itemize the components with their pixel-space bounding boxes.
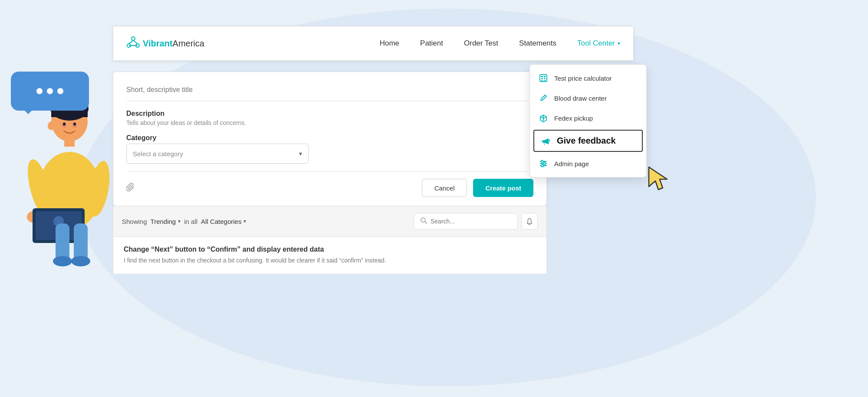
nav-links: Home Patient Order Test Statements Tool … (380, 39, 620, 48)
svg-rect-26 (540, 75, 547, 82)
svg-point-37 (544, 163, 546, 165)
svg-rect-31 (541, 80, 543, 81)
calculator-icon (539, 73, 548, 83)
nav-patient[interactable]: Patient (420, 39, 443, 48)
speech-bubble (11, 72, 89, 111)
pencil-icon (539, 93, 548, 103)
svg-marker-39 (649, 167, 667, 190)
tool-item-admin[interactable]: Admin page (530, 154, 646, 174)
attach-icon[interactable] (126, 182, 135, 194)
post-description: I find the next button in the checkout a… (124, 256, 536, 265)
logo-icon (126, 35, 140, 52)
svg-line-41 (425, 222, 427, 223)
post-title: Change “Next” button to “Confirm” and di… (124, 246, 536, 253)
bell-button[interactable] (521, 213, 538, 230)
filter-bar: Showing Trending ▾ in all All Categories… (113, 206, 547, 237)
category-select[interactable]: Select a category ▾ (126, 144, 309, 164)
tool-item-admin-label: Admin page (554, 160, 589, 167)
tool-item-fedex-label: Fedex pickup (554, 115, 593, 122)
nav-tool-center[interactable]: Tool Center ▾ (577, 39, 620, 48)
svg-line-24 (133, 40, 138, 44)
nav-home[interactable]: Home (380, 39, 399, 48)
bubble-dot-1 (36, 88, 43, 94)
post-item[interactable]: Change “Next” button to “Confirm” and di… (113, 237, 547, 274)
content-area: Description Tells about your ideas or de… (113, 72, 547, 274)
categories-filter[interactable]: All Categories ▾ (201, 218, 246, 225)
description-sublabel: Tells about your ideas or details of con… (126, 119, 533, 126)
categories-chevron-icon: ▾ (243, 218, 246, 224)
bubble-dot-2 (47, 88, 53, 94)
svg-point-20 (132, 37, 135, 40)
categories-label: All Categories (201, 218, 241, 225)
category-label: Category (126, 134, 533, 142)
tool-center-dropdown: Test price calculator Blood draw center … (529, 64, 647, 177)
title-input[interactable] (126, 84, 533, 101)
svg-point-17 (63, 123, 66, 126)
svg-point-36 (541, 161, 543, 163)
svg-point-38 (542, 165, 544, 167)
form-divider (126, 171, 533, 172)
box-icon (539, 113, 548, 123)
svg-rect-28 (544, 76, 546, 77)
category-section: Category Select a category ▾ (126, 134, 533, 164)
svg-point-13 (53, 256, 72, 266)
sliders-icon (539, 159, 548, 168)
svg-rect-30 (544, 78, 546, 79)
svg-point-19 (48, 121, 55, 130)
tool-item-test-price-label: Test price calculator (554, 75, 612, 82)
svg-rect-4 (64, 138, 75, 147)
description-label: Description (126, 110, 533, 118)
logo: VibrantAmerica (126, 35, 204, 52)
tool-item-feedback-label: Give feedback (557, 136, 616, 146)
trending-chevron-icon: ▾ (178, 218, 181, 224)
search-icon (420, 217, 427, 226)
category-chevron-icon: ▾ (299, 150, 302, 157)
search-box (414, 213, 518, 230)
svg-rect-32 (544, 80, 546, 81)
tool-center-chevron-icon: ▾ (618, 40, 620, 46)
showing-label: Showing (122, 218, 147, 225)
create-post-button[interactable]: Create post (473, 179, 533, 197)
tool-item-blood-draw[interactable]: Blood draw center (530, 88, 646, 108)
svg-rect-27 (541, 76, 543, 77)
svg-line-23 (129, 40, 133, 44)
description-section: Description Tells about your ideas or de… (126, 110, 533, 126)
logo-text: VibrantAmerica (143, 39, 204, 49)
tool-item-give-feedback[interactable]: Give feedback (533, 130, 643, 152)
cancel-button[interactable]: Cancel (422, 179, 467, 197)
feedback-form: Description Tells about your ideas or de… (113, 72, 547, 206)
trending-label: Trending (151, 218, 176, 225)
megaphone-icon (541, 136, 551, 146)
search-input[interactable] (431, 218, 511, 225)
in-all-label: in all (184, 218, 197, 225)
svg-point-14 (71, 256, 90, 266)
trending-filter[interactable]: Trending ▾ (151, 218, 181, 225)
cursor-arrow-icon (644, 163, 675, 193)
category-placeholder: Select a category (133, 150, 183, 157)
form-actions: Cancel Create post (126, 179, 533, 197)
tool-item-fedex[interactable]: Fedex pickup (530, 108, 646, 128)
nav-statements[interactable]: Statements (519, 39, 556, 48)
navbar: VibrantAmerica Home Patient Order Test S… (113, 26, 634, 61)
svg-point-18 (73, 123, 76, 126)
nav-order-test[interactable]: Order Test (464, 39, 498, 48)
tool-item-test-price[interactable]: Test price calculator (530, 68, 646, 88)
bubble-dot-3 (57, 88, 63, 94)
svg-rect-29 (541, 78, 543, 79)
tool-item-blood-draw-label: Blood draw center (554, 95, 607, 102)
